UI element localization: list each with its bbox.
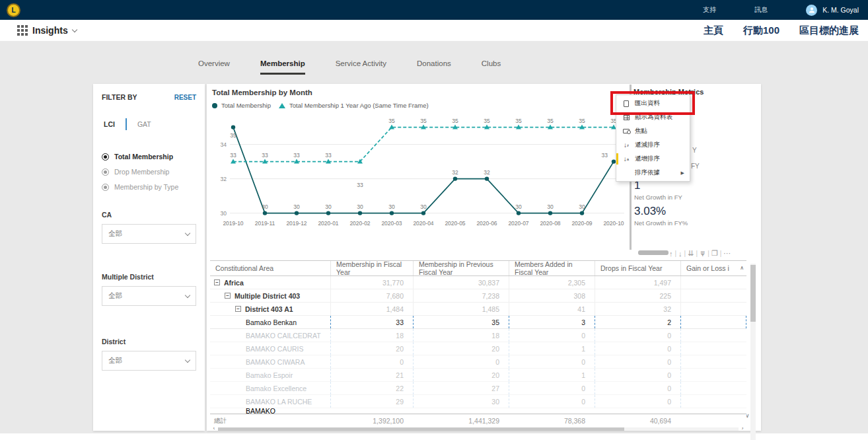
row-label[interactable]: BAMAKO CIWARA <box>210 355 330 368</box>
row-label[interactable]: −Africa <box>210 276 330 289</box>
row-label[interactable]: Bamako Benkan <box>210 316 330 328</box>
table-cell[interactable]: 0 <box>595 369 680 381</box>
table-cell[interactable]: 0 <box>509 382 595 394</box>
table-cell[interactable]: 30,837 <box>413 276 509 289</box>
row-label[interactable]: 總計 <box>210 414 330 427</box>
tab-donations[interactable]: Donations <box>417 59 451 75</box>
table-cell[interactable] <box>680 408 746 414</box>
table-cell[interactable]: 2,305 <box>509 276 595 289</box>
dropdown-select[interactable]: 全部 <box>102 351 196 371</box>
table-row[interactable]: Bamako Excellence 222700 <box>210 382 746 395</box>
radio-total-membership[interactable]: Total Membership <box>102 153 196 161</box>
table-cell[interactable] <box>595 408 680 414</box>
table-row[interactable]: −Africa 31,77030,8372,3051,497 <box>210 276 746 289</box>
table-cell[interactable]: 20 <box>413 369 509 381</box>
table-cell[interactable]: 7,238 <box>413 289 509 302</box>
table-row[interactable]: −Multiple District 403 7,6807,238308225 <box>210 289 746 303</box>
table-cell[interactable]: 0 <box>509 395 595 408</box>
row-label[interactable]: Bamako Espoir <box>210 369 330 381</box>
table-row[interactable]: −District 403 A1 1,4841,4854132 <box>210 303 746 316</box>
more-options-icon[interactable]: ⋯ <box>723 249 731 258</box>
table-cell[interactable]: 29 <box>330 395 413 408</box>
table-cell[interactable]: 0 <box>595 329 680 342</box>
table-cell[interactable]: 2 <box>595 316 680 328</box>
tab-service-activity[interactable]: Service Activity <box>336 59 386 75</box>
table-cell[interactable] <box>680 414 746 427</box>
table-cell[interactable]: 35 <box>413 316 509 328</box>
table-cell[interactable]: 308 <box>509 289 595 302</box>
tab-overview[interactable]: Overview <box>198 59 230 75</box>
focus-mode-icon[interactable]: ❐ <box>711 249 718 258</box>
table-cell[interactable] <box>330 408 413 414</box>
table-cell[interactable] <box>680 342 746 355</box>
row-label[interactable]: Bamako Excellence <box>210 382 330 394</box>
table-cell[interactable]: 0 <box>595 382 680 394</box>
table-cell[interactable]: 1 <box>509 342 595 355</box>
messages-link[interactable]: 訊息 <box>754 5 768 15</box>
table-row[interactable]: BAMAKO CIWARA 0000 <box>210 355 746 369</box>
table-cell[interactable]: 41 <box>509 303 595 315</box>
line-chart[interactable]: 3432302019-102019-112019-122020-012020-0… <box>208 112 629 232</box>
table-cell[interactable]: 0 <box>509 355 595 368</box>
menu-item-spotlight[interactable]: 焦點 <box>616 124 690 138</box>
table-row[interactable]: Bamako Espoir 212010 <box>210 369 746 382</box>
table-cell[interactable]: 18 <box>330 329 413 342</box>
table-cell[interactable]: 0 <box>595 395 680 408</box>
table-cell[interactable]: 0 <box>595 355 680 368</box>
table-cell[interactable]: 1,484 <box>330 303 413 315</box>
scrollbar-fragment[interactable] <box>638 250 669 255</box>
row-label[interactable]: BAMAKO CAILCEDRAT <box>210 329 330 342</box>
table-cell[interactable]: 0 <box>595 342 680 355</box>
table-row[interactable]: BAMAKO LA RUCHE 293000 <box>210 395 746 408</box>
row-label[interactable]: −Multiple District 403 <box>210 289 330 302</box>
scrollbar-thumb[interactable] <box>750 265 756 322</box>
appbar-nav-item-0[interactable]: 主頁 <box>704 24 723 37</box>
table-row[interactable]: BAMAKO CAILCEDRAT 181800 <box>210 329 746 342</box>
reset-button[interactable]: RESET <box>174 94 196 101</box>
table-row[interactable]: BAMAKO CAURIS 202010 <box>210 342 746 355</box>
table-cell[interactable]: 1 <box>509 369 595 381</box>
collapse-icon[interactable]: − <box>225 293 231 299</box>
collapse-icon[interactable]: − <box>214 279 220 285</box>
column-header[interactable]: Constitutional Area <box>210 261 330 275</box>
table-row[interactable]: Bamako Benkan 333532 <box>210 316 746 329</box>
expand-all-icon[interactable]: ⋔ <box>700 249 705 258</box>
table-cell[interactable] <box>680 369 746 381</box>
table-cell[interactable]: 0 <box>413 355 509 368</box>
table-cell[interactable]: 40,694 <box>595 414 680 427</box>
drill-down-icon[interactable]: ↓ <box>678 250 682 258</box>
column-header[interactable]: Gain or Loss i∧ <box>680 261 746 275</box>
table-cell[interactable]: 20 <box>413 342 509 355</box>
table-cell[interactable]: 1,392,100 <box>330 414 413 427</box>
table-cell[interactable]: 22 <box>330 382 413 394</box>
app-launcher-icon[interactable] <box>17 25 28 36</box>
collapse-icon[interactable]: − <box>235 306 241 312</box>
support-link[interactable]: 支持 <box>703 5 716 15</box>
radio-membership-by-type[interactable]: Membership by Type <box>102 183 196 191</box>
table-cell[interactable] <box>680 276 746 289</box>
table-cell[interactable]: 3 <box>509 316 595 328</box>
table-cell[interactable] <box>413 408 509 414</box>
column-header[interactable]: Members Added in Fiscal Year <box>509 261 595 275</box>
table-cell[interactable] <box>680 303 746 315</box>
table-cell[interactable] <box>680 289 746 302</box>
table-cell[interactable]: 20 <box>330 342 413 355</box>
table-cell[interactable] <box>680 329 746 342</box>
table-cell[interactable]: 225 <box>595 289 680 302</box>
app-switcher[interactable]: Insights <box>17 25 77 36</box>
user-menu[interactable]: K. M. Goyal <box>806 5 859 16</box>
table-cell[interactable]: 1,485 <box>413 303 509 315</box>
table-cell[interactable] <box>680 382 746 394</box>
table-cell[interactable]: 0 <box>509 329 595 342</box>
vertical-scrollbar[interactable] <box>750 264 756 440</box>
table-cell[interactable] <box>680 355 746 368</box>
table-cell[interactable] <box>509 408 595 414</box>
table-cell[interactable] <box>680 316 746 328</box>
tab-clubs[interactable]: Clubs <box>482 59 501 75</box>
radio-drop-membership[interactable]: Drop Membership <box>102 168 196 176</box>
table-row[interactable]: BAMAKO <box>210 408 746 414</box>
table-cell[interactable]: 31,770 <box>330 276 413 289</box>
menu-item-sort-descending[interactable]: ↓z 遞減排序 <box>616 138 690 152</box>
column-header[interactable]: Drops in Fiscal Year <box>595 261 680 275</box>
table-cell[interactable]: 0 <box>330 355 413 368</box>
